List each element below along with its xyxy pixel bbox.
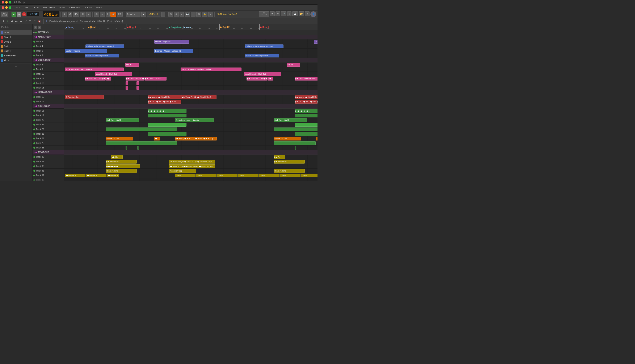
track-row-13[interactable]: Track 13 (33, 86, 64, 90)
block-drop-chop[interactable]: ▶▶ Drop..Chop 1 ▶▶ (126, 77, 144, 80)
block-drone1-6[interactable]: Drone 1 (217, 174, 238, 178)
zoom-wave[interactable]: 〜 (33, 19, 37, 23)
track-row-19[interactable]: Track 19 (33, 113, 64, 118)
play-button[interactable]: ▶ (12, 12, 16, 17)
tool-browser[interactable]: ↙ (208, 12, 213, 17)
block-vocal-chop-2[interactable]: Vocal Chop 1 – High Cut (244, 72, 281, 76)
pattern-row-15[interactable]: E-Pian..igh Cut ▶▶ Voc..4 ▶▶ Vocal FX 4 … (64, 95, 317, 100)
minimize-button[interactable] (5, 1, 8, 4)
pattern-row-12[interactable] (64, 81, 317, 86)
pattern-row-16[interactable]: ▶▶ Vo.. ▶▶ Vo.. ▶▶ Vo.. ▶▶ Vo.. ▶▶ Vo.. … (64, 100, 317, 104)
block-t19-2[interactable] (295, 114, 317, 118)
zoom-in-btn[interactable]: ▸▸ (19, 19, 23, 23)
block-t30-1[interactable]: ▶▶ ▶▶ ▶▶ ▶▶ (106, 164, 140, 168)
pat-song-toggle[interactable]: PATSONG (1, 12, 9, 17)
block-vo-row16-1[interactable]: ▶▶ Vo.. ▶▶ Vo.. ▶▶ Vo.. ▶▶ Vo.. (148, 100, 181, 104)
pattern-row-32[interactable]: ▶▶ Drone 1 ▶▶ Drone 1 ▶▶ Drone 1 Drone 1… (64, 173, 317, 178)
track-row-5[interactable]: Track 5 (33, 49, 64, 53)
block-stereo-sep-1[interactable]: Master – Stereo separation (85, 54, 119, 58)
block-vo-row16-2[interactable]: ▶▶ Vo.. ▶▶ Vo.. ▶▶ Vo.. ▶▶ Vo.. (295, 100, 317, 104)
pattern-row-23[interactable] (64, 132, 317, 136)
playlist-item-drop1[interactable]: Drop 1 (0, 35, 32, 40)
track-row-10[interactable]: Track 10 (33, 72, 64, 76)
menu-options[interactable]: OPTIONS (69, 6, 81, 9)
block-t26-2[interactable] (137, 146, 139, 150)
close-button[interactable] (2, 1, 4, 4)
block-break-perc[interactable]: Break Perc Loop – High Cut (175, 118, 214, 122)
block-drone1-9[interactable]: Drone 1 (280, 174, 301, 178)
track-row-32[interactable]: Track 32 (33, 173, 64, 178)
block-t24-5[interactable] (316, 137, 317, 140)
block-t13-1[interactable] (126, 86, 128, 90)
pattern-row-6[interactable]: Master – Stereo separation Master – Ster… (64, 53, 317, 58)
block-balance-volume[interactable]: Balance – Master – Volume #2 (154, 49, 193, 53)
block-breakf-1[interactable]: Break F..lume (106, 169, 137, 173)
tool-cut[interactable]: ✂ (276, 11, 280, 16)
pattern-row-29[interactable]: ▶▶ Break Fill 1 ▶▶ Break P..Layer ▶▶ Bre… (64, 159, 317, 164)
tool-save[interactable]: 💾 (292, 11, 298, 16)
block-master-volume[interactable]: Master – Volume (65, 49, 107, 53)
remove-track-btn[interactable]: ✕ (38, 26, 41, 29)
stop-button[interactable]: ■ (17, 12, 21, 17)
block-endless-smile-1[interactable]: Endless Smile – Master – Intensit (85, 44, 124, 48)
group-vocal[interactable]: ▼ VOCA..ROUP (33, 58, 64, 62)
block-t21-1[interactable] (148, 123, 186, 127)
block-buildk-1[interactable]: Build K..olume (106, 137, 133, 140)
pattern-row-33[interactable] (64, 178, 317, 181)
block-drop2-chop[interactable]: ▶▶ Drop 2 Vocal Chop 1 (295, 77, 317, 80)
tool-mixer[interactable]: ⊞ (168, 12, 173, 17)
block-master-highcut[interactable]: Master – High Cut (154, 40, 189, 44)
block-breakfill-2[interactable]: ▶▶ Break Fill 1 (274, 160, 305, 164)
menu-add[interactable]: ADD (33, 6, 40, 9)
track-row-16[interactable]: Track 16 (33, 100, 64, 104)
menu-help[interactable]: HELP (95, 6, 103, 9)
group-drum[interactable]: ▼ DRU..ROUP (33, 104, 64, 108)
track-row-3[interactable]: Track 3 (33, 40, 64, 44)
track-row-12[interactable]: Track 12 (33, 81, 64, 86)
user-icon[interactable]: 👤 (310, 11, 316, 17)
block-drone1-5[interactable]: Drone 1 (196, 174, 217, 178)
block-r-1[interactable]: ▶▶ R.. (111, 155, 123, 159)
tool-help[interactable]: ? (287, 11, 291, 16)
loop-toggle[interactable]: ↺ (24, 19, 28, 23)
zoom-fit[interactable]: ⊡ (28, 19, 32, 23)
playlist-item-intro[interactable]: Intro (0, 30, 32, 35)
track-row-15[interactable]: Track 15 (33, 95, 64, 100)
tool-slice[interactable]: ⌇ (106, 12, 110, 17)
playlist-item-drop2[interactable]: Drop 2 (0, 40, 32, 44)
block-ma-ift-2[interactable]: Ma..ift (287, 63, 300, 67)
tool-mic[interactable]: 🎤 (281, 11, 286, 16)
menu-minimize[interactable] (5, 6, 8, 9)
block-t22-1[interactable] (106, 128, 177, 131)
add-drop-btn[interactable]: + (161, 12, 165, 17)
record-button[interactable]: ● (22, 12, 26, 16)
pattern-row-22[interactable] (64, 127, 317, 132)
pattern-row-25[interactable] (64, 141, 317, 146)
tool-bars[interactable]: |||| (80, 12, 85, 17)
block-vocal-reverb-1[interactable]: Vocal 1 – Reverb Send Automation (65, 68, 124, 71)
pattern-row-4[interactable]: Endless Smile – Master – Intensit Endles… (64, 44, 317, 49)
play-from-dropdown[interactable]: ▶ (141, 12, 146, 17)
block-drone1-10[interactable]: Drone 1 (301, 174, 317, 178)
pattern-row-21[interactable] (64, 122, 317, 127)
track-row-20[interactable]: Track 20 (33, 118, 64, 122)
track-row-11[interactable]: Track 11 (33, 76, 64, 81)
tool-arrow[interactable]: → (100, 12, 105, 17)
block-breakplayer-1[interactable]: ▶▶ Break P..Layer ▶▶ Break P..Layer ▶▶ B… (169, 160, 215, 164)
tool-download[interactable]: ⬇ (305, 11, 310, 16)
track-row-23[interactable]: Track 23 (33, 132, 64, 136)
block-transition-clap[interactable]: Transition Clap (169, 169, 196, 173)
track-row-6[interactable]: Track 6 (33, 53, 64, 58)
tool-refresh[interactable]: ⟳ (270, 11, 275, 16)
group-master[interactable]: ▼ MAST..ROUP (33, 35, 64, 40)
block-t23-2[interactable] (295, 132, 317, 136)
track-row-4[interactable]: Track 4 (33, 44, 64, 49)
tool-32[interactable]: 32↓ (73, 12, 79, 17)
tool-automation[interactable]: ↗ (191, 12, 195, 17)
block-master-highcut2[interactable]: Master – High Cut 2 (314, 40, 317, 44)
track-row-22[interactable]: Track 22 (33, 127, 64, 132)
block-vocal-reverb-2[interactable]: Vocal 1 – Reverb Send Automation 2 (181, 68, 242, 71)
block-drone1-4[interactable]: Drone 1 (175, 174, 195, 178)
pattern-row-11[interactable]: ▶▶ Main Vo..l Lead ▶▶ ▶▶ ▶▶ Drop..Chop 1… (64, 76, 317, 81)
tool-draw-waveform[interactable]: ▤ (94, 12, 99, 17)
